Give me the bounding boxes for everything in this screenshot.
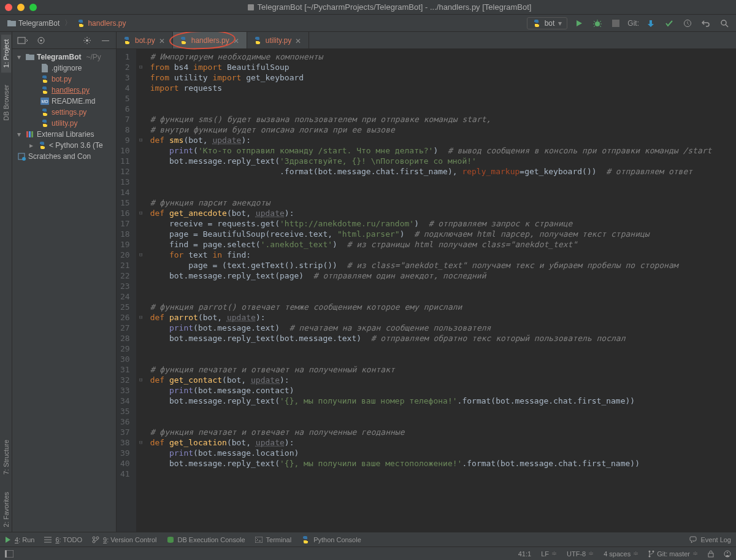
tree-root-path: ~/Py (86, 53, 101, 61)
python-file-icon (253, 36, 262, 45)
settings-button[interactable] (80, 34, 94, 47)
svg-point-4 (721, 20, 726, 25)
close-tab-icon[interactable]: ✕ (295, 37, 302, 44)
tree-root-label: TelegramBot (37, 53, 81, 61)
svg-rect-2 (612, 20, 619, 27)
status-encoding[interactable]: UTF-8 ≑ (567, 550, 594, 558)
status-line-separator[interactable]: LF ≑ (541, 550, 557, 558)
status-inspector-icon[interactable] (724, 550, 731, 558)
breadcrumbs: TelegramBot 〉 handlers.py (5, 18, 527, 29)
tool-version-control[interactable]: 9: Version Control (92, 536, 156, 543)
svg-point-1 (595, 21, 600, 26)
svg-rect-20 (255, 537, 263, 543)
project-view-selector[interactable] (16, 34, 29, 47)
editor-tab-bot[interactable]: bot.py ✕ (117, 32, 173, 48)
tool-run[interactable]: 4: Run (5, 536, 34, 543)
git-history-button[interactable] (681, 17, 694, 30)
tree-file-label: handlers.py (52, 86, 90, 94)
git-revert-button[interactable] (699, 17, 713, 30)
maximize-window-button[interactable] (29, 4, 37, 11)
debug-button[interactable] (591, 17, 604, 30)
play-icon (5, 537, 11, 543)
tool-tab-project[interactable]: 1: Project (1, 34, 11, 72)
python-icon (532, 19, 541, 28)
svg-rect-27 (708, 553, 713, 557)
tab-label: handlers.py (191, 36, 229, 45)
tree-file-label: .gitignore (52, 64, 82, 72)
tool-event-log[interactable]: Event Log (689, 536, 731, 543)
svg-point-17 (96, 537, 99, 539)
run-configuration-selector[interactable]: bot ▾ (527, 17, 568, 29)
breadcrumb-project-label: TelegramBot (18, 19, 59, 28)
svg-point-7 (40, 39, 42, 41)
close-window-button[interactable] (5, 4, 12, 11)
close-tab-icon[interactable]: ✕ (159, 37, 166, 44)
navigation-bar: TelegramBot 〉 handlers.py bot ▾ (0, 15, 736, 32)
editor-tab-handlers[interactable]: handlers.py ✕ (173, 32, 247, 48)
breadcrumb-file-label: handlers.py (88, 19, 126, 28)
code-content[interactable]: # Импортируем необходимые компонентыfrom… (145, 49, 736, 532)
titlebar: TelegramBot [~/PycharmProjects/TelegramB… (0, 0, 736, 15)
git-label: Git: (627, 19, 639, 28)
tree-external-label: External Libraries (37, 130, 94, 139)
tree-file-handlers[interactable]: handlers.py (12, 85, 116, 96)
svg-point-19 (167, 537, 174, 539)
tool-tab-db-browser[interactable]: DB Browser (1, 80, 11, 126)
stop-button[interactable] (609, 17, 623, 30)
svg-point-8 (86, 39, 88, 42)
tab-label: bot.py (135, 36, 155, 45)
scratches-icon (17, 152, 26, 161)
svg-point-16 (93, 537, 95, 539)
collapse-button[interactable]: — (99, 34, 112, 47)
tree-root[interactable]: ▾ TelegramBot ~/Py (12, 52, 116, 63)
run-config-label: bot (545, 19, 555, 28)
tree-scratches[interactable]: Scratches and Con (12, 151, 116, 162)
git-commit-button[interactable] (662, 17, 676, 30)
status-indent[interactable]: 4 spaces ≑ (604, 550, 638, 558)
minimize-window-button[interactable] (17, 4, 25, 11)
tree-python-sdk[interactable]: ▸ < Python 3.6 (Te (12, 140, 116, 151)
code-editor[interactable]: 1234567891011121314151617181920212223242… (117, 49, 736, 532)
branch-icon (92, 536, 99, 543)
chevron-down-icon: ▾ (558, 19, 562, 28)
project-sidebar: — ▾ TelegramBot ~/Py .gitignore bot.py (12, 32, 117, 532)
left-tool-strip: 1: Project DB Browser 7: Structure 2: Fa… (0, 32, 12, 532)
tool-terminal[interactable]: Terminal (255, 536, 292, 543)
tree-file-label: bot.py (52, 75, 72, 83)
app-icon (247, 3, 255, 12)
tree-file-bot[interactable]: bot.py (12, 74, 116, 85)
editor-tab-utility[interactable]: utility.py ✕ (247, 32, 309, 48)
tree-file-readme[interactable]: MD README.md (12, 96, 116, 107)
svg-point-29 (727, 552, 728, 553)
breadcrumb-file[interactable]: handlers.py (74, 18, 128, 29)
python-icon (301, 535, 310, 544)
search-everywhere-button[interactable] (718, 17, 731, 30)
tree-file-label: settings.py (52, 108, 86, 117)
status-toggle-tools[interactable] (5, 550, 13, 558)
svg-rect-5 (18, 37, 25, 44)
tool-tab-structure[interactable]: 7: Structure (1, 435, 11, 480)
tree-file-gitignore[interactable]: .gitignore (12, 63, 116, 74)
tree-external-libraries[interactable]: ▾ External Libraries (12, 129, 116, 140)
tool-tab-favorites[interactable]: 2: Favorites (1, 487, 11, 532)
tool-todo[interactable]: 6: TODO (44, 536, 82, 543)
status-caret-position[interactable]: 41:1 (518, 550, 531, 558)
run-button[interactable] (572, 17, 586, 30)
breadcrumb-project[interactable]: TelegramBot (5, 18, 62, 29)
close-tab-icon[interactable]: ✕ (233, 37, 240, 44)
git-update-button[interactable] (644, 17, 657, 30)
status-lock-icon[interactable] (708, 550, 714, 558)
tree-file-utility[interactable]: utility.py (12, 118, 116, 129)
tool-db-console[interactable]: DB Execution Console (167, 536, 245, 543)
fold-gutter: ⊟⊟⊟⊟⊟⊟⊟ (137, 49, 145, 532)
tab-label: utility.py (266, 36, 291, 45)
breadcrumb-separator: 〉 (64, 18, 72, 28)
tool-python-console[interactable]: Python Console (301, 535, 361, 544)
svg-point-15 (22, 157, 26, 161)
svg-rect-23 (5, 550, 7, 558)
tree-file-settings[interactable]: settings.py (12, 107, 116, 118)
svg-point-18 (93, 540, 95, 543)
status-git-branch[interactable]: Git: master ≑ (648, 550, 698, 558)
scroll-to-source-button[interactable] (34, 34, 48, 47)
library-icon (26, 130, 34, 139)
